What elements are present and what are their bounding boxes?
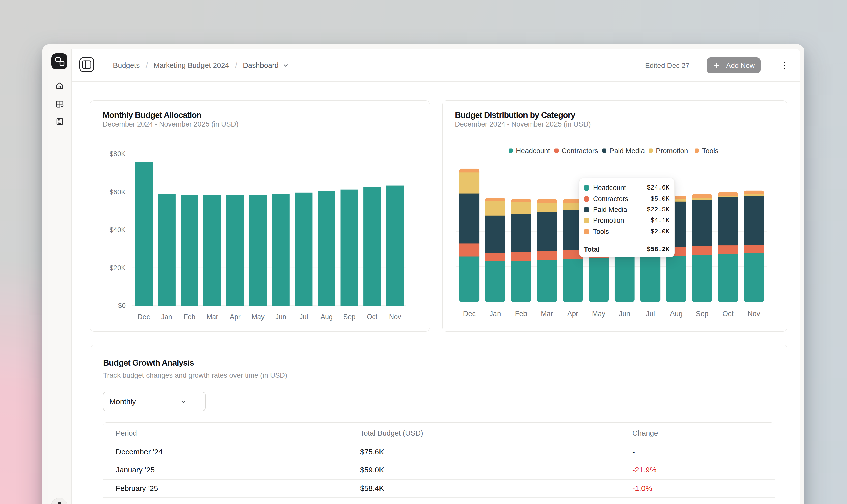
svg-text:Apr: Apr [230,313,241,321]
svg-text:Jul: Jul [299,313,308,321]
svg-text:Oct: Oct [367,313,378,321]
svg-text:Mar: Mar [207,313,218,321]
svg-text:$80K: $80K [110,150,126,158]
svg-text:Jun: Jun [275,313,286,321]
svg-text:Dec: Dec [463,310,476,318]
svg-text:Dec: Dec [138,313,150,321]
svg-text:$0: $0 [118,302,126,309]
svg-text:Aug: Aug [670,310,683,318]
svg-text:Headcount: Headcount [516,147,550,155]
svg-text:Paid Media: Paid Media [610,147,645,155]
svg-text:Mar: Mar [541,310,553,318]
svg-text:May: May [252,313,265,321]
svg-text:May: May [592,310,605,318]
svg-text:Contractors: Contractors [562,147,598,155]
svg-text:Oct: Oct [722,310,734,318]
svg-text:Nov: Nov [748,310,760,318]
svg-text:Apr: Apr [567,310,579,318]
svg-text:$40K: $40K [110,226,126,234]
svg-text:Jan: Jan [490,310,501,318]
svg-text:Promotion: Promotion [656,147,688,155]
svg-text:Feb: Feb [515,310,527,318]
svg-text:$60K: $60K [110,188,126,196]
svg-text:Tools: Tools [702,147,718,155]
svg-text:Sep: Sep [343,313,355,321]
svg-text:Jul: Jul [646,310,655,318]
svg-text:Sep: Sep [696,310,709,318]
svg-text:$20K: $20K [110,264,126,272]
svg-text:Jun: Jun [619,310,630,318]
svg-text:Nov: Nov [389,313,402,321]
svg-text:Aug: Aug [320,313,333,321]
svg-text:Jan: Jan [161,313,172,321]
svg-text:Feb: Feb [183,313,195,321]
